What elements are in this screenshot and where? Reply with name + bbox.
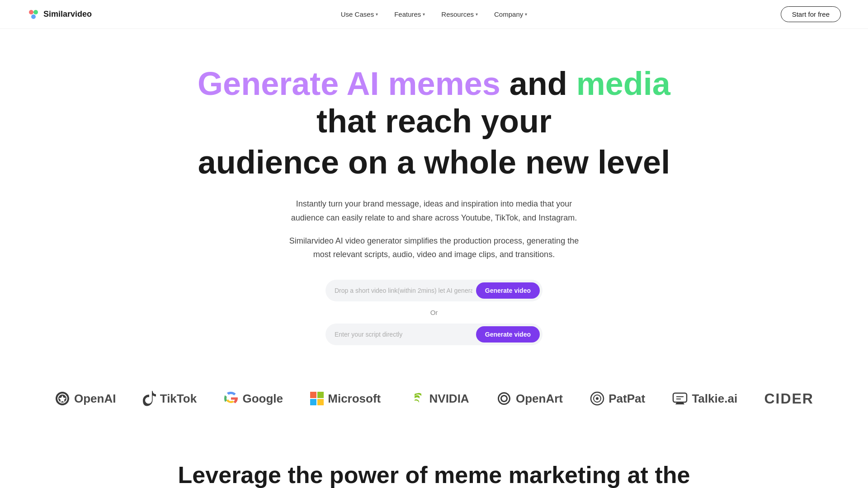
- openai-icon: [54, 390, 71, 407]
- svg-point-0: [29, 10, 33, 14]
- svg-point-1: [33, 10, 38, 14]
- input-section: Generate video Or Generate video: [172, 280, 696, 345]
- openart-icon: [496, 390, 512, 407]
- logo-tiktok: TikTok: [143, 391, 197, 406]
- patpat-icon: [590, 391, 605, 406]
- generate-video-button-2[interactable]: Generate video: [476, 326, 540, 343]
- bottom-title: Leverage the power of meme marketing at …: [9, 461, 859, 488]
- nav-features[interactable]: Features ▾: [394, 10, 425, 18]
- openart-label: OpenArt: [516, 392, 563, 406]
- logo-patpat: PatPat: [590, 391, 645, 406]
- logo-nvidia: NVIDIA: [408, 392, 469, 406]
- svg-rect-5: [310, 399, 316, 405]
- google-icon: [223, 391, 239, 406]
- hero-title-line2: audience on a whole new level: [198, 144, 670, 180]
- tiktok-label: TikTok: [160, 392, 197, 406]
- logo-microsoft: Microsoft: [310, 391, 381, 406]
- logo-talkie: Talkie.ai: [672, 390, 737, 407]
- patpat-label: PatPat: [609, 392, 645, 406]
- hero-title-generate: Generate AI memes: [198, 66, 500, 102]
- hero-subtitle-2: Similarvideo AI video generator simplifi…: [280, 234, 588, 262]
- hero-title: Generate AI memes and media that reach y…: [172, 65, 696, 181]
- script-input[interactable]: [335, 331, 472, 338]
- or-divider: Or: [430, 309, 438, 316]
- logo-openart: OpenArt: [496, 390, 563, 407]
- talkie-label: Talkie.ai: [692, 392, 737, 406]
- chevron-down-icon: ▾: [423, 12, 425, 17]
- nvidia-icon: [408, 392, 426, 405]
- hero-section: Generate AI memes and media that reach y…: [163, 29, 705, 372]
- bottom-section: Leverage the power of meme marketing at …: [0, 434, 868, 488]
- chevron-down-icon: ▾: [376, 12, 378, 17]
- svg-rect-10: [673, 393, 687, 402]
- video-link-input[interactable]: [335, 287, 472, 294]
- nvidia-label: NVIDIA: [429, 392, 469, 406]
- logo[interactable]: Similarvideo: [27, 8, 92, 21]
- svg-rect-6: [317, 399, 324, 405]
- svg-rect-4: [317, 392, 324, 398]
- openai-label: OpenAI: [74, 392, 116, 406]
- nav-use-cases[interactable]: Use Cases ▾: [341, 10, 378, 18]
- video-link-input-row: Generate video: [326, 280, 542, 301]
- logos-section: OpenAI TikTok Google Microsoft NVI: [27, 372, 841, 434]
- microsoft-label: Microsoft: [328, 392, 381, 406]
- logo-text: Similarvideo: [43, 9, 92, 19]
- svg-point-9: [596, 397, 599, 400]
- chevron-down-icon: ▾: [476, 12, 478, 17]
- nav-resources[interactable]: Resources ▾: [441, 10, 478, 18]
- logo-openai: OpenAI: [54, 390, 116, 407]
- hero-title-and: and: [500, 66, 576, 102]
- talkie-icon: [672, 390, 688, 407]
- nav-company[interactable]: Company ▾: [494, 10, 527, 18]
- start-for-free-button[interactable]: Start for free: [781, 6, 841, 22]
- svg-rect-3: [310, 392, 316, 398]
- cider-label: CIDER: [764, 390, 814, 407]
- chevron-down-icon: ▾: [525, 12, 527, 17]
- google-label: Google: [242, 392, 283, 406]
- svg-point-2: [31, 14, 36, 19]
- logo-google: Google: [223, 391, 283, 406]
- logo-cider: CIDER: [764, 390, 814, 407]
- logo-icon: [27, 8, 40, 21]
- nav-links: Use Cases ▾ Features ▾ Resources ▾ Compa…: [341, 10, 527, 18]
- tiktok-icon: [143, 391, 156, 406]
- navbar: Similarvideo Use Cases ▾ Features ▾ Reso…: [0, 0, 868, 29]
- hero-subtitle-1: Instantly turn your brand message, ideas…: [280, 197, 588, 225]
- script-input-row: Generate video: [326, 324, 542, 345]
- microsoft-icon: [310, 391, 324, 406]
- hero-title-media: media: [576, 66, 670, 102]
- generate-video-button-1[interactable]: Generate video: [476, 282, 540, 299]
